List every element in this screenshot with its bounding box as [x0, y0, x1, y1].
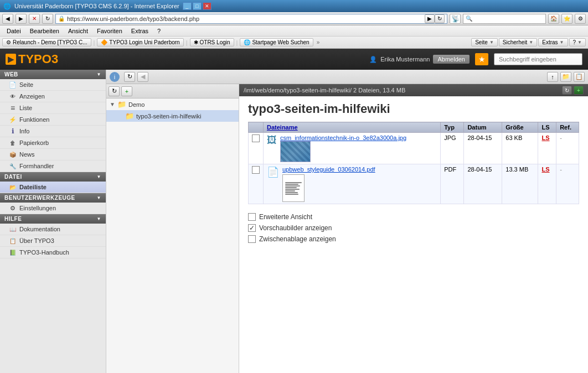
checkbox-erweiterte-ansicht[interactable]: [248, 213, 256, 221]
row2-checkbox[interactable]: [252, 166, 260, 174]
maximize-button[interactable]: □: [193, 2, 202, 10]
go-button[interactable]: ▶: [425, 14, 435, 23]
sidebar-item-papierkorb[interactable]: Papierkorb: [0, 137, 106, 149]
tree-label-hilfewiki: typo3-seiten-im-hilfewiki: [136, 113, 201, 120]
help-dropdown[interactable]: ? ▼: [569, 38, 586, 46]
sidebar-item-news[interactable]: News: [0, 149, 106, 160]
row1-date: 28-04-15: [464, 133, 502, 164]
row1-checkbox-cell[interactable]: [249, 133, 264, 164]
trash-icon: [9, 139, 17, 147]
refresh-addr-button[interactable]: ↻: [435, 14, 445, 23]
typo3-logo-text: TYPO3: [18, 52, 58, 66]
browser-search-input[interactable]: 🔍: [463, 14, 546, 24]
menu-ansicht[interactable]: Ansicht: [64, 27, 92, 35]
window-controls[interactable]: _ □ ✕: [183, 2, 212, 10]
col-size[interactable]: Größe: [502, 122, 538, 133]
typo3-app: ▶ TYPO3 👤 Erika Mustermann Abmelden ★ WE…: [0, 49, 588, 373]
sidebar-item-anzeigen[interactable]: Anzeigen: [0, 91, 106, 102]
tree-toggle-demo: ▼: [110, 101, 115, 107]
bookmark-typo3login[interactable]: 🔶 TYPO3 Login Uni Paderborn: [97, 38, 183, 46]
col-ref[interactable]: Ref.: [556, 122, 579, 133]
label-zwischenablage: Zwischenablage anzeigen: [259, 235, 336, 243]
checkbox-vorschaubilder[interactable]: ✓: [248, 224, 256, 232]
label-erweiterte-ansicht: Erweiterte Ansicht: [259, 213, 312, 221]
sidebar-item-liste[interactable]: Liste: [0, 102, 106, 114]
sidebar-item-handbuch[interactable]: TYPO3-Handbuch: [0, 247, 106, 258]
row2-ls: LS: [538, 164, 556, 204]
refresh-button[interactable]: ↻: [42, 14, 53, 24]
back-button[interactable]: ◀: [2, 14, 13, 24]
new-folder-button[interactable]: 📁: [560, 72, 571, 82]
browser-title-bar: 🌐 Universität Paderborn [TYPO3 CMS 6.2.9…: [0, 0, 588, 12]
col-filename[interactable]: Dateiname: [264, 122, 441, 133]
col-ls[interactable]: LS: [538, 122, 556, 133]
lock-icon: 🔒: [58, 15, 65, 22]
bookmark-startpage[interactable]: 🌐 Startpage Web Suchen: [240, 38, 313, 46]
favorites-star-button[interactable]: ★: [475, 53, 488, 65]
clipboard-button[interactable]: 📋: [574, 72, 585, 82]
table-row: 📄 upbweb_styleguide_03062014.pdf: [249, 164, 579, 204]
menu-datei[interactable]: Datei: [2, 27, 25, 35]
sidebar-item-dokumentation[interactable]: Dokumentation: [0, 224, 106, 235]
tools-button[interactable]: ⚙: [575, 14, 586, 24]
row2-checkbox-cell[interactable]: [249, 164, 264, 204]
row1-ls-link[interactable]: LS: [541, 134, 549, 141]
close-button[interactable]: ✕: [203, 2, 212, 10]
logout-button[interactable]: Abmelden: [433, 55, 470, 64]
row2-filename-link[interactable]: upbweb_styleguide_03062014.pdf: [282, 166, 375, 173]
menu-bearbeiten[interactable]: Bearbeiten: [25, 27, 64, 35]
row1-checkbox[interactable]: [252, 134, 260, 142]
checkbox-zwischenablage[interactable]: [248, 235, 256, 243]
tree-item-hilfewiki[interactable]: 📁 typo3-seiten-im-hilfewiki: [106, 110, 239, 122]
stop-button[interactable]: ✕: [29, 14, 40, 24]
typo3-logo-icon: ▶: [6, 54, 16, 65]
sidebar-item-info[interactable]: Info: [0, 126, 106, 137]
sidebar: WEB ▼ Seite Anzeigen Liste Funktionen: [0, 70, 106, 373]
tree-toolbar: ↻ +: [106, 84, 239, 99]
datei-section-arrow: ▼: [97, 174, 101, 179]
path-add-button[interactable]: +: [574, 86, 584, 95]
sicherheit-dropdown[interactable]: Sicherheit ▼: [499, 38, 537, 46]
tree-item-demo[interactable]: ▼ 📁 Demo: [106, 99, 239, 110]
more-bookmarks-arrow[interactable]: »: [317, 39, 320, 45]
content-area: i ↻ ◀ ↑ 📁 📋 ↻ + ▼ 📁: [106, 70, 588, 373]
tree-add-button[interactable]: +: [121, 86, 132, 96]
back-tree-button[interactable]: ◀: [137, 72, 148, 82]
sidebar-item-einstellungen[interactable]: Einstellungen: [0, 203, 106, 214]
sidebar-section-datei: DATEI ▼: [0, 172, 106, 182]
col-type[interactable]: Typ: [441, 122, 464, 133]
bookmark-otrs[interactable]: ✱ OTRS Login: [190, 38, 234, 46]
menu-favoriten[interactable]: Favoriten: [92, 27, 127, 35]
home-button[interactable]: 🏠: [548, 14, 559, 24]
bookmarks-bar: ⚙ Relaunch - Demo [TYPO3 C... | 🔶 TYPO3 …: [0, 37, 588, 49]
col-date[interactable]: Datum: [464, 122, 502, 133]
header-user-area: 👤 Erika Mustermann Abmelden: [369, 55, 470, 64]
content-path-text: /imt/web/demo/typo3-seiten-im-hilfewiki/…: [244, 87, 405, 94]
forward-button[interactable]: ▶: [16, 14, 27, 24]
row1-filename-link[interactable]: csm_informationstechnik-in-o_3e82a3000a.…: [280, 134, 406, 141]
sidebar-item-dateiliste[interactable]: Dateiliste: [0, 182, 106, 193]
typo3-search-input[interactable]: [494, 53, 582, 65]
path-refresh-button[interactable]: ↻: [562, 86, 572, 95]
rss-button[interactable]: 📡: [450, 14, 461, 24]
sidebar-item-formhandler[interactable]: Formhandler: [0, 160, 106, 172]
refresh-tree-button[interactable]: ↻: [124, 72, 135, 82]
sidebar-item-funktionen[interactable]: Funktionen: [0, 114, 106, 126]
seite-dropdown[interactable]: Seite ▼: [471, 38, 498, 46]
menu-extras[interactable]: Extras: [127, 27, 153, 35]
checkbox-row-zwischenablage: Zwischenablage anzeigen: [248, 235, 579, 243]
extras-dropdown[interactable]: Extras ▼: [538, 38, 568, 46]
address-bar[interactable]: 🔒 https://www.uni-paderborn.de/typo3/bac…: [55, 14, 447, 24]
minimize-button[interactable]: _: [183, 2, 192, 10]
bookmark-relaunch[interactable]: ⚙ Relaunch - Demo [TYPO3 C...: [2, 38, 91, 46]
tree-refresh-button[interactable]: ↻: [109, 86, 120, 96]
menu-help[interactable]: ?: [153, 27, 165, 35]
page-icon: [9, 81, 17, 89]
hilfe-section-arrow: ▼: [97, 216, 101, 221]
favorites-button[interactable]: ⭐: [561, 14, 572, 24]
sidebar-item-ueber-typo3[interactable]: Über TYPO3: [0, 235, 106, 247]
sidebar-item-seite[interactable]: Seite: [0, 79, 106, 91]
row2-date: 28-04-15: [464, 164, 502, 204]
upload-button[interactable]: ↑: [547, 72, 558, 82]
row2-ls-link[interactable]: LS: [541, 166, 549, 173]
